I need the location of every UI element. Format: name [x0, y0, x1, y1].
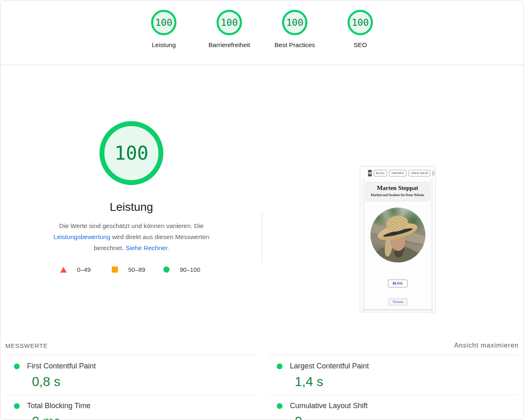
thumbnail-nav-blog: BLOG	[374, 170, 387, 176]
thumbnail-nav-ueber-mich: ÜBER MICH	[409, 170, 430, 176]
metric-value: 0	[295, 413, 519, 420]
metric-value: 0 ms	[32, 413, 256, 420]
legend-range: 90–100	[180, 266, 200, 273]
metric-pass-dot-icon	[277, 403, 282, 409]
category-seo[interactable]: 100 SEO	[328, 10, 393, 65]
legend-item-fail: 0–49	[60, 266, 99, 273]
metric-largest-contentful-paint: Largest Contentful Paint 1,4 s	[268, 355, 519, 395]
metrics-column-left: First Contentful Paint 0,8 s Total Block…	[5, 355, 256, 420]
metric-pass-dot-icon	[277, 364, 282, 369]
category-label: Barrierefreiheit	[196, 41, 262, 49]
metrics-heading: MESSWERTE	[5, 342, 48, 349]
metric-first-contentful-paint: First Contentful Paint 0,8 s	[5, 355, 256, 395]
category-barrierefreiheit[interactable]: 100 Barrierefreiheit	[196, 10, 262, 65]
performance-title: Leistung	[0, 201, 262, 214]
metric-name: Largest Contentful Paint	[290, 362, 369, 370]
pass-circle-icon	[163, 266, 169, 273]
performance-summary-section: 100 Leistung Die Werte sind geschätzt un…	[0, 121, 524, 341]
thumbnail-gutter	[362, 178, 365, 312]
vertical-divider	[262, 212, 262, 264]
lighthouse-report-card: 100 Leistung 100 Barrierefreiheit 100 Be…	[0, 0, 524, 420]
thumbnail-themen-button: Themen	[388, 298, 407, 305]
metric-name: Cumulative Layout Shift	[290, 402, 368, 410]
category-scores-bar: 100 Leistung 100 Barrierefreiheit 100 Be…	[0, 0, 524, 65]
metric-pass-dot-icon	[14, 403, 20, 409]
page-screenshot-thumbnail: M BLOG THEMEN ÜBER MICH • Marten Steppat…	[360, 166, 436, 312]
category-leistung[interactable]: 100 Leistung	[131, 10, 196, 65]
score-value: 100	[221, 17, 238, 28]
scoring-link[interactable]: Leistungsbewertung	[54, 233, 111, 240]
average-square-icon	[112, 266, 118, 273]
performance-score-value: 100	[114, 142, 148, 164]
thumbnail-nav-more-icon: •	[432, 171, 434, 176]
thumbnail-nav-themen: THEMEN	[389, 170, 407, 176]
thumbnail-footer-line	[363, 309, 432, 310]
score-value: 100	[286, 17, 303, 28]
thumbnail-hero-card: Marten Steppat Klarheit und Struktur für…	[365, 182, 430, 201]
performance-summary: 100 Leistung Die Werte sind geschätzt un…	[0, 121, 262, 273]
thumbnail-site-subtitle: Klarheit und Struktur für Deine Website	[366, 193, 429, 197]
thumbnail-site-title: Marten Steppat	[366, 185, 429, 192]
score-legend: 0–49 50–89 90–100	[0, 266, 262, 273]
score-value: 100	[155, 17, 172, 28]
metric-value: 0,8 s	[32, 374, 256, 389]
metrics-header: MESSWERTE Ansicht maximieren	[0, 341, 524, 350]
legend-item-pass: 90–100	[163, 266, 203, 273]
metric-total-blocking-time: Total Blocking Time 0 ms	[5, 395, 256, 420]
category-best-practices[interactable]: 100 Best Practices	[262, 10, 328, 65]
metric-value: 1,4 s	[295, 374, 519, 389]
legend-item-average: 50–89	[112, 266, 151, 273]
metric-cumulative-layout-shift: Cumulative Layout Shift 0	[268, 395, 519, 420]
score-value: 100	[352, 17, 369, 28]
thumbnail-gutter	[431, 178, 433, 312]
score-gauge-seo: 100	[348, 10, 373, 35]
metric-pass-dot-icon	[14, 364, 20, 369]
metric-name: First Contentful Paint	[27, 362, 96, 370]
thumbnail-site-logo: M	[368, 170, 372, 176]
fail-triangle-icon	[60, 267, 67, 273]
legend-range: 50–89	[128, 266, 145, 273]
metrics-column-right: Largest Contentful Paint 1,4 s Cumulativ…	[268, 355, 519, 420]
description-text: Die Werte sind geschätzt und können vari…	[59, 222, 204, 229]
performance-score-gauge: 100	[99, 121, 163, 185]
category-label: SEO	[328, 41, 393, 49]
expand-view-button[interactable]: Ansicht maximieren	[454, 342, 519, 349]
calculator-link[interactable]: Siehe Rechner.	[126, 244, 169, 251]
category-label: Leistung	[131, 41, 196, 49]
thumbnail-navbar: M BLOG THEMEN ÜBER MICH •	[368, 170, 431, 176]
metric-name: Total Blocking Time	[27, 402, 90, 410]
score-gauge-best-practices: 100	[282, 10, 307, 35]
thumbnail-portrait-photo	[370, 208, 425, 262]
performance-description: Die Werte sind geschätzt und können vari…	[41, 220, 221, 253]
thumbnail-blog-button: BLOG	[388, 280, 408, 287]
score-gauge-leistung: 100	[151, 10, 176, 35]
score-gauge-barrierefreiheit: 100	[217, 10, 242, 35]
category-label: Best Practices	[262, 41, 328, 49]
legend-range: 0–49	[77, 266, 90, 273]
metrics-grid: First Contentful Paint 0,8 s Total Block…	[5, 355, 519, 420]
